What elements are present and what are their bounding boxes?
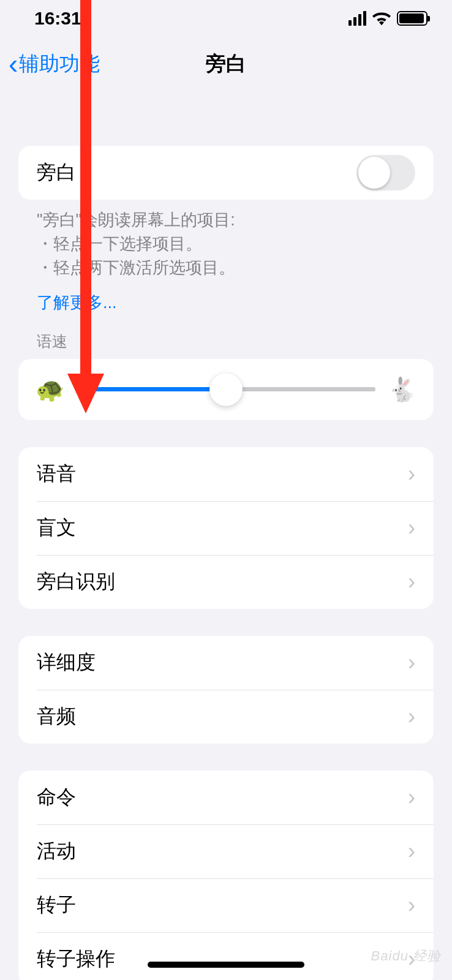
- row-label: 音频: [37, 703, 408, 730]
- description-bullet-2: ・轻点两下激活所选项目。: [37, 256, 415, 280]
- row-label: 详细度: [37, 649, 408, 676]
- chevron-right-icon: ›: [408, 650, 415, 676]
- voiceover-toggle-switch[interactable]: [356, 155, 415, 190]
- chevron-right-icon: ›: [408, 892, 415, 918]
- row-braille[interactable]: 盲文 ›: [18, 501, 434, 555]
- settings-group-verbosity: 详细度 › 音频 ›: [18, 636, 434, 744]
- speaking-rate-slider-row: 🐢 🐇: [18, 359, 434, 420]
- row-label: 活动: [37, 838, 408, 865]
- rabbit-icon: 🐇: [388, 376, 416, 403]
- row-label: 转子: [37, 892, 408, 919]
- chevron-right-icon: ›: [408, 515, 415, 541]
- chevron-right-icon: ›: [408, 704, 415, 729]
- speaking-rate-header: 语速: [18, 315, 434, 355]
- voiceover-toggle-label: 旁白: [37, 159, 356, 186]
- tortoise-icon: 🐢: [36, 376, 64, 403]
- watermark: Baidu 经验: [371, 947, 441, 965]
- voiceover-toggle-group: 旁白: [18, 146, 434, 200]
- row-speech[interactable]: 语音 ›: [18, 447, 434, 501]
- home-indicator[interactable]: [148, 962, 304, 968]
- speaking-rate-group: 🐢 🐇: [18, 359, 434, 420]
- row-label: 语音: [37, 461, 408, 488]
- cellular-signal-icon: [348, 11, 366, 26]
- row-audio[interactable]: 音频 ›: [18, 690, 434, 744]
- row-rotor[interactable]: 转子 ›: [18, 878, 434, 932]
- wifi-icon: [372, 11, 391, 26]
- voiceover-description: "旁白"会朗读屏幕上的项目: ・轻点一下选择项目。 ・轻点两下激活所选项目。 了…: [18, 200, 434, 315]
- row-label: 命令: [37, 784, 408, 811]
- chevron-right-icon: ›: [408, 461, 415, 487]
- status-bar: 16:31: [0, 0, 452, 37]
- back-button[interactable]: ‹ 辅助功能: [9, 50, 100, 78]
- row-label: 转子操作: [37, 946, 408, 973]
- back-button-label: 辅助功能: [19, 50, 100, 78]
- battery-icon: [397, 11, 428, 26]
- slider-thumb[interactable]: [209, 373, 243, 406]
- learn-more-link[interactable]: 了解更多...: [37, 291, 117, 315]
- description-bullet-1: ・轻点一下选择项目。: [37, 232, 415, 256]
- chevron-right-icon: ›: [408, 785, 415, 810]
- row-activities[interactable]: 活动 ›: [18, 824, 434, 878]
- row-voiceover-recognition[interactable]: 旁白识别 ›: [18, 555, 434, 609]
- voiceover-toggle-row[interactable]: 旁白: [18, 146, 434, 200]
- navigation-bar: ‹ 辅助功能 旁白: [0, 37, 452, 91]
- row-label: 旁白识别: [37, 568, 408, 595]
- chevron-left-icon: ‹: [9, 50, 18, 78]
- status-indicators: [348, 11, 428, 26]
- row-commands[interactable]: 命令 ›: [18, 771, 434, 824]
- settings-group-speech: 语音 › 盲文 › 旁白识别 ›: [18, 447, 434, 609]
- description-intro: "旁白"会朗读屏幕上的项目:: [37, 208, 415, 232]
- row-label: 盲文: [37, 514, 408, 541]
- chevron-right-icon: ›: [408, 569, 415, 595]
- status-time: 16:31: [34, 8, 81, 29]
- chevron-right-icon: ›: [408, 839, 415, 864]
- speaking-rate-slider[interactable]: [77, 387, 375, 391]
- row-verbosity[interactable]: 详细度 ›: [18, 636, 434, 690]
